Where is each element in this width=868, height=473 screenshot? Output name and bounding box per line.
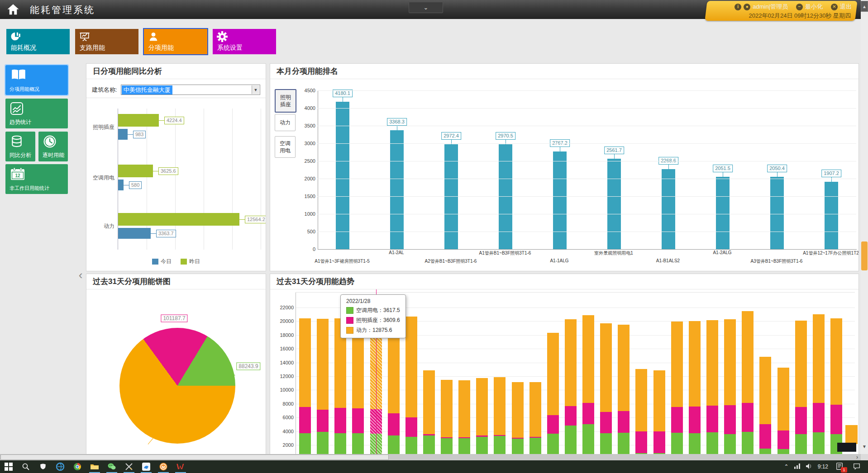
rank-bar[interactable] — [444, 144, 458, 249]
rank-bar[interactable] — [499, 144, 512, 249]
stacked-bar-动力[interactable] — [671, 322, 683, 407]
stacked-bar-动力[interactable] — [777, 368, 789, 430]
info-icon[interactable]: i — [734, 4, 741, 10]
tray-chevron-up-icon[interactable]: ⌃ — [784, 464, 789, 470]
rank-bar[interactable] — [716, 177, 730, 249]
horizontal-scrollbar-thumb[interactable] — [0, 454, 389, 460]
stacked-bar-动力[interactable] — [458, 380, 470, 437]
stacked-bar-照明插座[interactable] — [706, 406, 718, 432]
tab-energy-overview[interactable]: 能耗概况 — [6, 29, 70, 54]
bar-昨日[interactable] — [118, 114, 159, 127]
stacked-bar-动力[interactable] — [441, 380, 453, 437]
stacked-bar-动力[interactable] — [423, 370, 435, 434]
stacked-bar-动力[interactable] — [795, 321, 807, 407]
stacked-bar-动力[interactable] — [742, 311, 754, 403]
stacked-bar-动力[interactable] — [512, 382, 524, 438]
action-center-icon[interactable] — [853, 462, 862, 471]
stacked-bar-动力[interactable] — [582, 315, 594, 402]
rank-bar[interactable] — [336, 102, 349, 249]
taskbar-icon-wechat[interactable] — [107, 462, 117, 472]
scroll-down-arrow[interactable]: ▼ — [861, 442, 868, 450]
taskbar-icon-tim[interactable] — [141, 462, 151, 472]
minimize-label[interactable]: 最小化 — [805, 3, 823, 11]
stacked-bar-照明插座[interactable] — [334, 408, 346, 433]
stacked-bar-照明插座[interactable] — [565, 406, 577, 426]
stacked-bar-照明插座[interactable] — [689, 407, 701, 433]
stacked-bar-动力[interactable] — [635, 369, 647, 431]
stacked-bar-照明插座[interactable] — [405, 417, 417, 437]
stacked-bar-动力[interactable] — [830, 318, 842, 405]
taskbar-icon-antivirus[interactable] — [38, 462, 48, 472]
sidebar-item-trend-stats[interactable]: 趋势统计 — [5, 99, 68, 128]
logout-label[interactable]: 退出 — [840, 3, 852, 11]
legend-item-今日[interactable]: 今日 — [152, 258, 172, 265]
stacked-bar-照明插座[interactable] — [724, 405, 736, 434]
stacked-bar-动力[interactable] — [653, 370, 665, 431]
vertical-scrollbar[interactable] — [861, 0, 868, 454]
stacked-bar-照明插座[interactable] — [600, 412, 612, 433]
notification-document-icon[interactable]: 1 — [835, 462, 844, 471]
taskbar-icon-internet-explorer[interactable] — [55, 462, 65, 472]
clock-time[interactable]: 9:12 — [818, 464, 828, 470]
header-dropdown-button[interactable]: ⌄ — [409, 2, 443, 13]
network-icon[interactable] — [794, 464, 801, 470]
stacked-bar-照明插座[interactable] — [635, 431, 647, 453]
sidebar-item-non-workday-stats[interactable]: 12 非工作日用能统计 — [5, 164, 68, 194]
stacked-bar-照明插座[interactable] — [458, 437, 470, 438]
chevron-down-icon[interactable]: ▼ — [252, 85, 259, 94]
home-icon[interactable] — [5, 2, 22, 17]
stacked-bar-照明插座[interactable] — [830, 405, 842, 434]
tab-system-settings[interactable]: 系统设置 — [213, 29, 276, 54]
stacked-bar-照明插座[interactable] — [813, 403, 825, 432]
stacked-bar-动力[interactable] — [724, 319, 736, 405]
rank-bar[interactable] — [662, 169, 675, 249]
taskbar-icon-file-explorer[interactable] — [90, 462, 100, 472]
stacked-bar-动力[interactable] — [689, 321, 701, 406]
bar-今日[interactable] — [118, 129, 128, 140]
stacked-bar-空调用电[interactable] — [582, 424, 594, 459]
pie-chart[interactable] — [119, 328, 235, 444]
sidebar-item-hourly-energy[interactable]: 逐时用能 — [38, 132, 68, 161]
stacked-bar-动力[interactable] — [547, 333, 559, 415]
scroll-right-arrow[interactable]: › — [856, 454, 858, 460]
rank-bar[interactable] — [607, 159, 621, 249]
legend-item-昨日[interactable]: 昨日 — [181, 258, 200, 265]
stacked-bar-照明插座[interactable] — [352, 408, 364, 433]
stacked-bar-动力[interactable] — [299, 318, 311, 407]
rank-filter-2[interactable]: 动力 — [275, 114, 296, 131]
stacked-bar-照明插座[interactable] — [441, 437, 453, 438]
stacked-bar-动力[interactable] — [476, 378, 488, 436]
volume-icon[interactable] — [806, 464, 812, 470]
stacked-bar-照明插座[interactable] — [423, 434, 435, 435]
vertical-scrollbar-thumb[interactable] — [861, 241, 868, 270]
logout-icon[interactable]: ✕ — [831, 4, 838, 10]
stacked-bar-照明插座[interactable] — [653, 431, 665, 453]
stacked-bar-照明插座[interactable] — [742, 403, 754, 432]
building-select[interactable]: 中美信托金融大厦 ▼ — [121, 85, 260, 95]
taskbar-icon-modeling-tool[interactable] — [124, 462, 134, 472]
stacked-bar-动力[interactable] — [706, 320, 718, 405]
stacked-bar-照明插座[interactable] — [512, 438, 524, 439]
bar-昨日[interactable] — [118, 213, 239, 226]
sidebar-item-yoy-analysis[interactable]: 同比分析 — [5, 132, 35, 161]
rank-bar[interactable] — [825, 182, 838, 249]
stacked-bar-动力[interactable] — [405, 317, 417, 417]
rank-bar[interactable] — [770, 177, 784, 249]
stacked-bar-照明插座[interactable] — [529, 437, 541, 438]
taskbar-icon-wps[interactable] — [176, 462, 186, 472]
taskbar-icon-search[interactable] — [21, 462, 31, 472]
sidebar-collapse-handle[interactable]: ‹ — [76, 269, 85, 281]
stacked-bar-照明插座[interactable] — [795, 407, 807, 434]
tab-branch-energy[interactable]: 支路用能 — [75, 29, 138, 54]
bar-今日[interactable] — [118, 180, 124, 190]
stacked-bar-照明插座[interactable] — [582, 403, 594, 424]
stacked-bar-照明插座[interactable] — [759, 424, 771, 449]
minimize-icon[interactable]: − — [796, 4, 803, 10]
stacked-bar-动力[interactable] — [494, 377, 506, 435]
rank-bar[interactable] — [553, 151, 567, 249]
taskbar-icon-start[interactable] — [4, 462, 14, 472]
stacked-bar-动力[interactable] — [565, 319, 577, 406]
stacked-bar-照明插座[interactable] — [317, 410, 329, 432]
stacked-bar-动力[interactable] — [618, 325, 630, 411]
stacked-bar-动力[interactable] — [600, 323, 612, 412]
